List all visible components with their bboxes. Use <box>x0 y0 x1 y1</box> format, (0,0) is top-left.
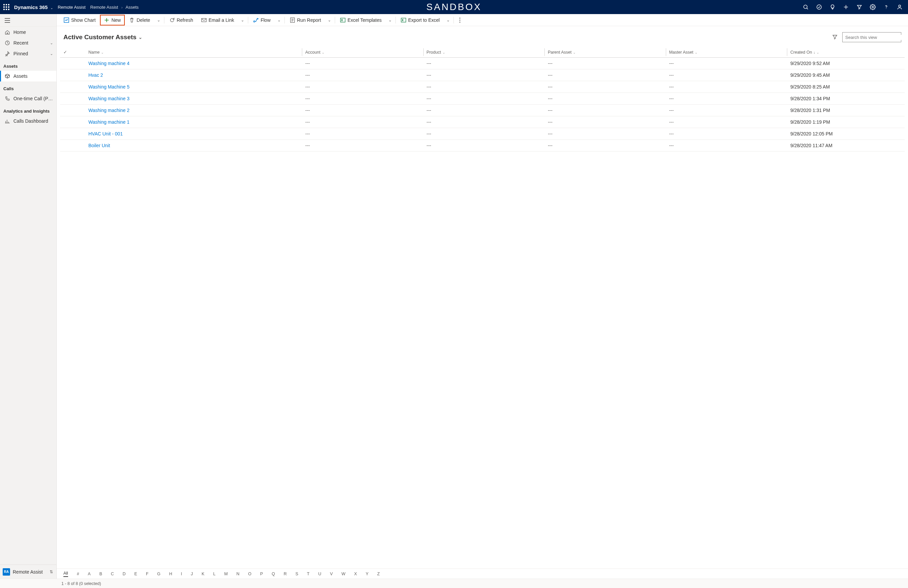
alpha-h[interactable]: H <box>169 572 172 576</box>
row-selector[interactable] <box>60 104 85 116</box>
alpha-f[interactable]: F <box>146 572 148 576</box>
flow-button[interactable]: Flow <box>250 15 274 26</box>
col-header-created[interactable]: Created On↓⌄ <box>787 47 905 58</box>
table-row[interactable]: Washing machine 1------------9/28/2020 1… <box>60 116 905 128</box>
alpha-t[interactable]: T <box>307 572 310 576</box>
row-selector[interactable] <box>60 116 85 128</box>
nav-item-recent[interactable]: Recent⌄ <box>0 37 56 48</box>
nav-item-home[interactable]: Home <box>0 27 56 37</box>
account-icon[interactable] <box>897 4 903 10</box>
alpha-p[interactable]: P <box>260 572 263 576</box>
row-selector[interactable] <box>60 140 85 151</box>
row-selector[interactable] <box>60 128 85 140</box>
alpha-z[interactable]: Z <box>377 572 380 576</box>
asset-link[interactable]: Washing machine 2 <box>89 108 129 113</box>
alpha-u[interactable]: U <box>318 572 321 576</box>
flow-split[interactable] <box>275 15 283 26</box>
task-icon[interactable] <box>816 4 822 10</box>
more-commands-button[interactable] <box>457 15 463 26</box>
alpha-k[interactable]: K <box>201 572 204 576</box>
plus-icon[interactable] <box>843 4 849 10</box>
email-split[interactable] <box>238 15 246 26</box>
brand-menu[interactable]: Dynamics 365 ⌄ <box>14 4 53 10</box>
alpha-w[interactable]: W <box>341 572 346 576</box>
export-excel-button[interactable]: Export to Excel <box>397 15 443 26</box>
search-icon[interactable] <box>803 4 809 10</box>
alpha-c[interactable]: C <box>111 572 114 576</box>
lightbulb-icon[interactable] <box>829 4 836 10</box>
col-header-master[interactable]: Master Asset⌄ <box>666 47 787 58</box>
alpha-i[interactable]: I <box>181 572 182 576</box>
table-row[interactable]: Washing machine 2------------9/28/2020 1… <box>60 104 905 116</box>
alpha-all[interactable]: All <box>63 571 68 577</box>
alpha-r[interactable]: R <box>284 572 287 576</box>
alpha-x[interactable]: X <box>354 572 357 576</box>
breadcrumb-area[interactable]: Remote Assist <box>90 5 118 10</box>
alpha-#[interactable]: # <box>77 572 79 576</box>
alpha-n[interactable]: N <box>237 572 240 576</box>
select-all-header[interactable]: ✓ <box>60 47 85 58</box>
breadcrumb-page[interactable]: Assets <box>126 5 138 10</box>
table-row[interactable]: Washing Machine 5------------9/29/2020 8… <box>60 81 905 93</box>
templates-split[interactable] <box>386 15 394 26</box>
excel-templates-button[interactable]: Excel Templates <box>336 15 385 26</box>
col-header-product[interactable]: Product⌄ <box>423 47 545 58</box>
col-header-name[interactable]: Name⌄ <box>85 47 302 58</box>
asset-link[interactable]: Washing machine 1 <box>89 119 129 125</box>
nav-item-pinned[interactable]: Pinned⌄ <box>0 48 56 59</box>
run-report-button[interactable]: Run Report <box>286 15 325 26</box>
column-filter-button[interactable] <box>832 34 837 40</box>
row-selector[interactable] <box>60 69 85 81</box>
col-header-parent[interactable]: Parent Asset⌄ <box>544 47 666 58</box>
asset-link[interactable]: HVAC Unit - 001 <box>89 131 123 137</box>
table-row[interactable]: Washing machine 3------------9/28/2020 1… <box>60 93 905 104</box>
alpha-e[interactable]: E <box>135 572 137 576</box>
table-row[interactable]: Hvac 2------------9/29/2020 9:45 AM <box>60 69 905 81</box>
app-switcher[interactable]: RA Remote Assist ⇅ <box>0 564 56 578</box>
nav-item-one-time-call-previ-[interactable]: One-time Call (Previ... <box>0 93 56 104</box>
settings-icon[interactable] <box>870 4 876 10</box>
alpha-v[interactable]: V <box>330 572 333 576</box>
alpha-j[interactable]: J <box>191 572 193 576</box>
row-selector[interactable] <box>60 81 85 93</box>
table-row[interactable]: Washing machine 4------------9/29/2020 9… <box>60 58 905 69</box>
app-launcher-icon[interactable] <box>3 4 10 10</box>
new-button[interactable]: New <box>100 15 125 26</box>
help-icon[interactable] <box>883 4 889 10</box>
asset-link[interactable]: Boiler Unit <box>89 143 110 148</box>
row-selector[interactable] <box>60 93 85 104</box>
table-row[interactable]: Boiler Unit------------9/28/2020 11:47 A… <box>60 140 905 151</box>
email-link-button[interactable]: Email a Link <box>198 15 238 26</box>
alpha-l[interactable]: L <box>213 572 215 576</box>
alpha-q[interactable]: Q <box>272 572 275 576</box>
delete-split[interactable] <box>155 15 163 26</box>
alpha-a[interactable]: A <box>88 572 90 576</box>
delete-button[interactable]: Delete <box>126 15 154 26</box>
search-input[interactable] <box>845 35 902 40</box>
alpha-b[interactable]: B <box>99 572 102 576</box>
nav-item-assets[interactable]: Assets <box>0 71 56 82</box>
filter-icon[interactable] <box>856 4 862 10</box>
row-selector[interactable] <box>60 58 85 69</box>
asset-link[interactable]: Washing Machine 5 <box>89 84 129 90</box>
asset-link[interactable]: Washing machine 4 <box>89 61 129 66</box>
sidebar-toggle[interactable] <box>0 14 56 27</box>
alpha-m[interactable]: M <box>224 572 227 576</box>
search-view-box[interactable] <box>842 32 901 42</box>
alpha-y[interactable]: Y <box>365 572 368 576</box>
table-row[interactable]: HVAC Unit - 001------------9/28/2020 12:… <box>60 128 905 140</box>
nav-item-calls-dashboard[interactable]: Calls Dashboard <box>0 116 56 126</box>
report-split[interactable] <box>325 15 333 26</box>
refresh-button[interactable]: Refresh <box>166 15 197 26</box>
view-selector[interactable]: Active Customer Assets ⌄ <box>63 34 142 41</box>
alpha-s[interactable]: S <box>296 572 298 576</box>
breadcrumb-app[interactable]: Remote Assist <box>58 5 85 10</box>
alpha-o[interactable]: O <box>248 572 251 576</box>
export-split[interactable] <box>444 15 452 26</box>
asset-link[interactable]: Washing machine 3 <box>89 96 129 101</box>
asset-link[interactable]: Hvac 2 <box>89 72 103 78</box>
alpha-g[interactable]: G <box>157 572 161 576</box>
col-header-account[interactable]: Account⌄ <box>302 47 423 58</box>
show-chart-button[interactable]: Show Chart <box>60 15 99 26</box>
alpha-d[interactable]: D <box>123 572 126 576</box>
